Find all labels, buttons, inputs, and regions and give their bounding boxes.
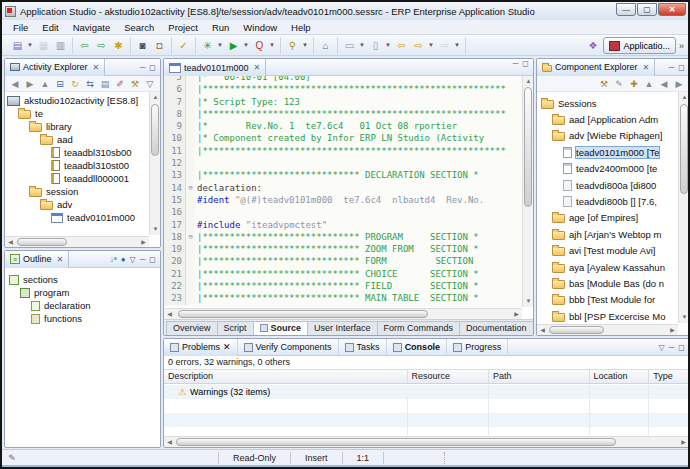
close-view-icon[interactable]: ✕: [93, 63, 100, 72]
up-icon[interactable]: ▲: [39, 78, 51, 90]
tab-source[interactable]: Source: [253, 321, 309, 335]
tab-console[interactable]: Console: [387, 339, 448, 356]
editor-vscrollbar[interactable]: ▲▼: [522, 76, 533, 307]
minimize-view-icon[interactable]: ─: [669, 343, 675, 352]
debug-icon-dropdown[interactable]: ▼: [217, 42, 224, 48]
component-explorer-vscrollbar[interactable]: ▲▼: [678, 92, 689, 323]
last-edit-icon-dropdown[interactable]: ▼: [359, 42, 366, 48]
code-line[interactable]: 15#ident "@(#)teadv0101m000 te7.6c4 nlba…: [164, 194, 522, 206]
column-header-description[interactable]: Description: [164, 370, 408, 383]
close-view-icon[interactable]: ✕: [223, 342, 231, 352]
view-menu-icon[interactable]: ▽: [130, 255, 136, 264]
code-line[interactable]: 18⊖|***************************** PROGRA…: [164, 231, 522, 243]
component-tree-item[interactable]: aad [Application Adm: [541, 111, 677, 127]
customize-icon[interactable]: ⚒: [129, 78, 141, 90]
source-code-area[interactable]: 5|* 06-10-01 [04.00]6|******************…: [164, 76, 522, 307]
export-activity-icon[interactable]: ◘: [152, 38, 167, 53]
activity-tree-item[interactable]: library: [7, 120, 148, 133]
activity-tree-item[interactable]: aad: [7, 133, 148, 146]
tab-outline[interactable]: ≡ Outline ✕: [5, 251, 69, 268]
tab-form-commands[interactable]: Form Commands: [377, 321, 461, 335]
maximize-view-icon[interactable]: ◻: [522, 59, 529, 75]
verify-icon[interactable]: ✓: [176, 38, 191, 53]
maximize-view-icon[interactable]: ◻: [149, 63, 156, 72]
code-line[interactable]: 16: [164, 206, 522, 218]
run-icon[interactable]: ▶: [226, 38, 241, 53]
component-tree-item[interactable]: bas [Module Bas (do n: [541, 275, 677, 291]
tab-overview[interactable]: Overview: [166, 321, 218, 335]
next-annotation-icon-dropdown[interactable]: ▼: [385, 42, 392, 48]
back-icon[interactable]: ◀: [658, 78, 670, 90]
tab-problems[interactable]: Problems✕: [164, 339, 238, 356]
activity-tree-item[interactable]: te: [7, 107, 148, 120]
maximize-view-icon[interactable]: ◻: [678, 63, 685, 72]
save-icon[interactable]: ▦: [36, 38, 51, 53]
erase-icon[interactable]: ✐: [114, 78, 126, 90]
column-header-location[interactable]: Location: [590, 370, 650, 383]
component-tree-item[interactable]: bbb [Test Module for: [541, 292, 677, 308]
run-last-icon-dropdown[interactable]: ▼: [269, 42, 276, 48]
activity-explorer-hscrollbar[interactable]: ◀▶: [5, 236, 149, 247]
code-line[interactable]: 23|***************************** MAIN TA…: [164, 292, 522, 304]
perspective-overflow-chevron[interactable]: »: [679, 41, 684, 51]
check-in-icon[interactable]: ⇨: [94, 38, 109, 53]
minimize-view-icon[interactable]: ─: [669, 63, 675, 72]
code-line[interactable]: 7|* Script Type: 123: [164, 96, 522, 108]
activity-tree-item[interactable]: teaadbl310sb00: [7, 146, 148, 159]
component-tree-item[interactable]: bbl [PSP Excercise Mo: [541, 308, 677, 322]
minimize-view-icon[interactable]: ─: [513, 59, 519, 75]
code-line[interactable]: 9|* Rev.No. 1 te7.6c4 01 Oct 08 rportier: [164, 120, 522, 132]
new-component-icon[interactable]: ✱: [111, 38, 126, 53]
menu-project[interactable]: Project: [161, 22, 205, 33]
focus-icon[interactable]: ●: [121, 255, 126, 264]
component-tree-item[interactable]: teadv0101m000 [Te: [541, 144, 677, 160]
debug-icon[interactable]: ✳: [200, 38, 215, 53]
activity-tree-item[interactable]: session: [7, 185, 148, 198]
tab-user-interface[interactable]: User Interface: [307, 321, 378, 335]
sort-icon[interactable]: ↓ᵃ: [110, 255, 117, 264]
tab-progress[interactable]: Progress: [447, 339, 508, 356]
activity-tree-item[interactable]: akstudio102activity [ES8.8]: [7, 94, 148, 107]
refresh-icon[interactable]: ↻: [69, 78, 81, 90]
code-line[interactable]: 13|***************************** DECLARA…: [164, 169, 522, 181]
tab-component-explorer[interactable]: Component Explorer ✕: [537, 59, 655, 76]
up-icon[interactable]: ▲: [643, 78, 655, 90]
outline-tree-item[interactable]: functions: [9, 312, 158, 325]
forward-icon-dropdown[interactable]: ▼: [428, 42, 435, 48]
outline-tree-item[interactable]: sections: [9, 273, 158, 286]
link-editor-icon[interactable]: ⇆: [84, 78, 96, 90]
import-activity-icon[interactable]: ◙: [135, 38, 150, 53]
forward-icon[interactable]: ⇨: [411, 38, 426, 53]
forward-icon[interactable]: ▶: [24, 78, 36, 90]
code-line[interactable]: 22|***************************** FIELD S…: [164, 280, 522, 292]
component-tree-item[interactable]: aya [Ayalew Kassahun: [541, 259, 677, 275]
component-tree-item[interactable]: teadv2400m000 [te: [541, 161, 677, 177]
outline-tree-item[interactable]: declaration: [9, 299, 158, 312]
code-line[interactable]: 12: [164, 157, 522, 169]
tab-script[interactable]: Script: [217, 321, 254, 335]
menu-help[interactable]: Help: [284, 22, 318, 33]
print-icon[interactable]: ▥: [53, 38, 68, 53]
menu-file[interactable]: File: [6, 22, 35, 33]
component-tree-item[interactable]: avi [Test module Avi]: [541, 243, 677, 259]
perspective-button[interactable]: Applicatio...: [603, 37, 676, 54]
close-editor-icon[interactable]: ✕: [254, 63, 261, 72]
customize-icon[interactable]: ⚒: [598, 78, 610, 90]
new-component-icon[interactable]: ✚: [628, 78, 640, 90]
tab-tasks[interactable]: Tasks: [339, 339, 387, 356]
code-line[interactable]: 17#include "iteadvpmctest": [164, 219, 522, 231]
maximize-view-icon[interactable]: ◻: [678, 343, 685, 352]
close-view-icon[interactable]: ✕: [643, 63, 650, 72]
close-view-icon[interactable]: ✕: [57, 255, 64, 264]
minimize-view-icon[interactable]: ─: [140, 255, 146, 264]
collapse-all-icon[interactable]: ⊟: [54, 78, 66, 90]
forward-history-icon-dropdown[interactable]: ▼: [454, 42, 461, 48]
menu-search[interactable]: Search: [117, 22, 161, 33]
menu-navigate[interactable]: Navigate: [66, 22, 118, 33]
search-icon[interactable]: ⚲: [285, 38, 300, 53]
component-explorer-hscrollbar[interactable]: ◀▶: [537, 324, 678, 335]
code-line[interactable]: 11|*************************************…: [164, 145, 522, 157]
minimize-button[interactable]: —: [616, 3, 636, 16]
problems-hscrollbar[interactable]: ◀▶: [164, 436, 689, 447]
component-tree-item[interactable]: adv [Wiebe Riphagen]: [541, 128, 677, 144]
